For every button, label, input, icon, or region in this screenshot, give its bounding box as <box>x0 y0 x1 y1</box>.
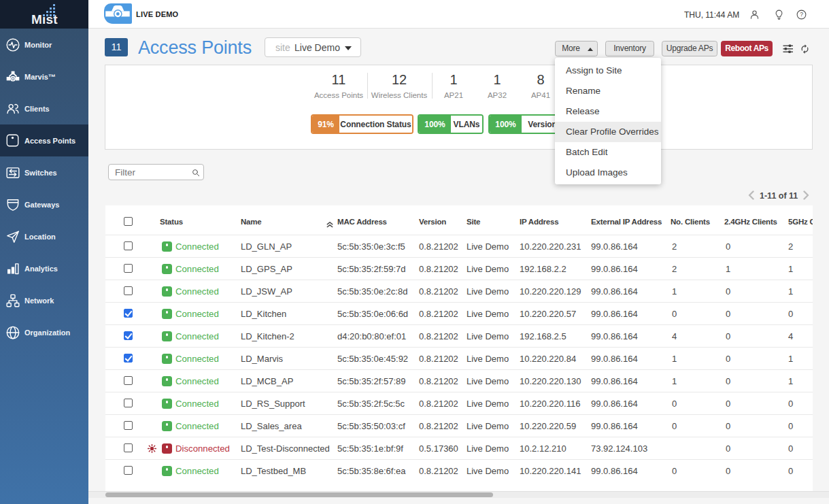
svg-text:?: ? <box>800 11 803 18</box>
